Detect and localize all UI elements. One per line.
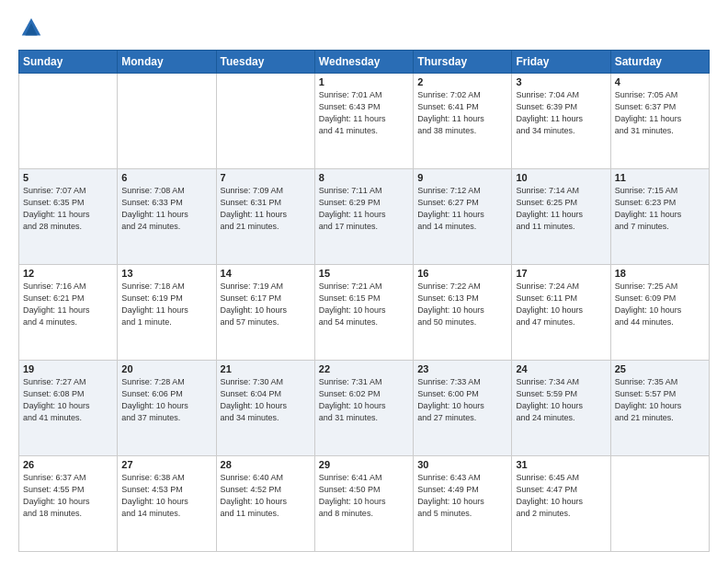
day-number: 20 bbox=[121, 363, 211, 374]
day-info: Sunrise: 7:19 AM Sunset: 6:17 PM Dayligh… bbox=[221, 281, 311, 328]
day-info: Sunrise: 7:02 AM Sunset: 6:41 PM Dayligh… bbox=[417, 89, 507, 137]
day-info: Sunrise: 6:43 AM Sunset: 4:49 PM Dayligh… bbox=[417, 472, 507, 520]
day-number: 16 bbox=[417, 268, 507, 279]
calendar-cell: 18Sunrise: 7:25 AM Sunset: 6:09 PM Dayli… bbox=[610, 265, 709, 361]
day-info: Sunrise: 7:34 AM Sunset: 5:59 PM Dayligh… bbox=[516, 376, 606, 424]
day-number: 22 bbox=[319, 363, 409, 374]
day-info: Sunrise: 7:21 AM Sunset: 6:15 PM Dayligh… bbox=[319, 281, 409, 328]
day-info: Sunrise: 6:38 AM Sunset: 4:53 PM Dayligh… bbox=[121, 472, 211, 520]
calendar-week-row: 1Sunrise: 7:01 AM Sunset: 6:43 PM Daylig… bbox=[19, 74, 710, 169]
calendar-cell: 28Sunrise: 6:40 AM Sunset: 4:52 PM Dayli… bbox=[216, 456, 314, 552]
calendar-cell: 14Sunrise: 7:19 AM Sunset: 6:17 PM Dayli… bbox=[216, 265, 314, 361]
calendar-day-header: Thursday bbox=[414, 51, 512, 74]
day-info: Sunrise: 7:30 AM Sunset: 6:04 PM Dayligh… bbox=[221, 376, 311, 424]
calendar-cell: 12Sunrise: 7:16 AM Sunset: 6:21 PM Dayli… bbox=[19, 265, 118, 361]
day-number: 31 bbox=[516, 459, 606, 470]
day-info: Sunrise: 7:01 AM Sunset: 6:43 PM Dayligh… bbox=[319, 89, 409, 137]
calendar-cell: 7Sunrise: 7:09 AM Sunset: 6:31 PM Daylig… bbox=[216, 169, 314, 265]
day-info: Sunrise: 6:40 AM Sunset: 4:52 PM Dayligh… bbox=[221, 472, 311, 520]
day-number: 11 bbox=[615, 172, 705, 183]
day-info: Sunrise: 7:14 AM Sunset: 6:25 PM Dayligh… bbox=[516, 185, 606, 233]
calendar-cell: 2Sunrise: 7:02 AM Sunset: 6:41 PM Daylig… bbox=[414, 74, 512, 169]
logo bbox=[18, 15, 48, 40]
calendar-cell bbox=[610, 456, 709, 552]
calendar-cell: 15Sunrise: 7:21 AM Sunset: 6:15 PM Dayli… bbox=[314, 265, 413, 361]
day-info: Sunrise: 7:22 AM Sunset: 6:13 PM Dayligh… bbox=[417, 281, 507, 328]
day-info: Sunrise: 6:41 AM Sunset: 4:50 PM Dayligh… bbox=[319, 472, 409, 520]
calendar-table: SundayMondayTuesdayWednesdayThursdayFrid… bbox=[18, 50, 710, 552]
calendar-cell: 25Sunrise: 7:35 AM Sunset: 5:57 PM Dayli… bbox=[610, 361, 709, 456]
day-number: 15 bbox=[319, 268, 409, 279]
day-info: Sunrise: 7:09 AM Sunset: 6:31 PM Dayligh… bbox=[221, 185, 311, 233]
page: SundayMondayTuesdayWednesdayThursdayFrid… bbox=[0, 0, 728, 563]
calendar-cell bbox=[216, 74, 314, 169]
calendar-day-header: Wednesday bbox=[314, 51, 413, 74]
calendar-cell: 22Sunrise: 7:31 AM Sunset: 6:02 PM Dayli… bbox=[314, 361, 413, 456]
day-number: 21 bbox=[221, 363, 311, 374]
calendar-cell: 11Sunrise: 7:15 AM Sunset: 6:23 PM Dayli… bbox=[610, 169, 709, 265]
day-info: Sunrise: 7:11 AM Sunset: 6:29 PM Dayligh… bbox=[319, 185, 409, 233]
day-info: Sunrise: 7:08 AM Sunset: 6:33 PM Dayligh… bbox=[121, 185, 211, 233]
day-info: Sunrise: 7:05 AM Sunset: 6:37 PM Dayligh… bbox=[615, 89, 705, 137]
header bbox=[18, 15, 710, 40]
calendar-day-header: Tuesday bbox=[216, 51, 314, 74]
day-info: Sunrise: 7:33 AM Sunset: 6:00 PM Dayligh… bbox=[417, 376, 507, 424]
calendar-cell: 5Sunrise: 7:07 AM Sunset: 6:35 PM Daylig… bbox=[19, 169, 118, 265]
day-number: 19 bbox=[23, 363, 113, 374]
calendar-cell: 31Sunrise: 6:45 AM Sunset: 4:47 PM Dayli… bbox=[512, 456, 610, 552]
day-number: 6 bbox=[121, 172, 211, 183]
day-info: Sunrise: 7:12 AM Sunset: 6:27 PM Dayligh… bbox=[417, 185, 507, 233]
calendar-day-header: Sunday bbox=[19, 51, 118, 74]
day-number: 7 bbox=[221, 172, 311, 183]
calendar-cell: 1Sunrise: 7:01 AM Sunset: 6:43 PM Daylig… bbox=[314, 74, 413, 169]
day-info: Sunrise: 7:24 AM Sunset: 6:11 PM Dayligh… bbox=[516, 281, 606, 328]
day-number: 23 bbox=[417, 363, 507, 374]
calendar-day-header: Friday bbox=[512, 51, 610, 74]
calendar-cell: 20Sunrise: 7:28 AM Sunset: 6:06 PM Dayli… bbox=[118, 361, 216, 456]
day-info: Sunrise: 7:27 AM Sunset: 6:08 PM Dayligh… bbox=[23, 376, 113, 424]
day-info: Sunrise: 7:07 AM Sunset: 6:35 PM Dayligh… bbox=[23, 185, 113, 233]
day-number: 9 bbox=[417, 172, 507, 183]
calendar-cell: 17Sunrise: 7:24 AM Sunset: 6:11 PM Dayli… bbox=[512, 265, 610, 361]
day-info: Sunrise: 7:04 AM Sunset: 6:39 PM Dayligh… bbox=[516, 89, 606, 137]
day-number: 14 bbox=[221, 268, 311, 279]
day-info: Sunrise: 7:28 AM Sunset: 6:06 PM Dayligh… bbox=[121, 376, 211, 424]
day-number: 27 bbox=[121, 459, 211, 470]
day-number: 8 bbox=[319, 172, 409, 183]
day-number: 12 bbox=[23, 268, 113, 279]
day-info: Sunrise: 7:16 AM Sunset: 6:21 PM Dayligh… bbox=[23, 281, 113, 328]
calendar-cell: 16Sunrise: 7:22 AM Sunset: 6:13 PM Dayli… bbox=[414, 265, 512, 361]
calendar-week-row: 19Sunrise: 7:27 AM Sunset: 6:08 PM Dayli… bbox=[19, 361, 710, 456]
calendar-cell: 23Sunrise: 7:33 AM Sunset: 6:00 PM Dayli… bbox=[414, 361, 512, 456]
day-number: 25 bbox=[615, 363, 705, 374]
calendar-cell: 30Sunrise: 6:43 AM Sunset: 4:49 PM Dayli… bbox=[414, 456, 512, 552]
calendar-cell: 27Sunrise: 6:38 AM Sunset: 4:53 PM Dayli… bbox=[118, 456, 216, 552]
day-number: 2 bbox=[417, 76, 507, 87]
day-info: Sunrise: 7:25 AM Sunset: 6:09 PM Dayligh… bbox=[615, 281, 705, 328]
day-number: 24 bbox=[516, 363, 606, 374]
day-info: Sunrise: 7:15 AM Sunset: 6:23 PM Dayligh… bbox=[615, 185, 705, 233]
day-number: 30 bbox=[417, 459, 507, 470]
day-info: Sunrise: 7:18 AM Sunset: 6:19 PM Dayligh… bbox=[121, 281, 211, 328]
calendar-cell: 6Sunrise: 7:08 AM Sunset: 6:33 PM Daylig… bbox=[118, 169, 216, 265]
day-info: Sunrise: 7:31 AM Sunset: 6:02 PM Dayligh… bbox=[319, 376, 409, 424]
calendar-cell: 10Sunrise: 7:14 AM Sunset: 6:25 PM Dayli… bbox=[512, 169, 610, 265]
calendar-cell: 19Sunrise: 7:27 AM Sunset: 6:08 PM Dayli… bbox=[19, 361, 118, 456]
calendar-cell bbox=[19, 74, 118, 169]
calendar-header-row: SundayMondayTuesdayWednesdayThursdayFrid… bbox=[19, 51, 710, 74]
calendar-cell: 26Sunrise: 6:37 AM Sunset: 4:55 PM Dayli… bbox=[19, 456, 118, 552]
day-number: 1 bbox=[319, 76, 409, 87]
calendar-week-row: 26Sunrise: 6:37 AM Sunset: 4:55 PM Dayli… bbox=[19, 456, 710, 552]
calendar-day-header: Monday bbox=[118, 51, 216, 74]
day-number: 18 bbox=[615, 268, 705, 279]
calendar-cell bbox=[118, 74, 216, 169]
calendar-cell: 13Sunrise: 7:18 AM Sunset: 6:19 PM Dayli… bbox=[118, 265, 216, 361]
calendar-week-row: 12Sunrise: 7:16 AM Sunset: 6:21 PM Dayli… bbox=[19, 265, 710, 361]
calendar-cell: 24Sunrise: 7:34 AM Sunset: 5:59 PM Dayli… bbox=[512, 361, 610, 456]
day-number: 5 bbox=[23, 172, 113, 183]
day-number: 3 bbox=[516, 76, 606, 87]
day-info: Sunrise: 6:37 AM Sunset: 4:55 PM Dayligh… bbox=[23, 472, 113, 520]
calendar-cell: 4Sunrise: 7:05 AM Sunset: 6:37 PM Daylig… bbox=[610, 74, 709, 169]
day-number: 28 bbox=[221, 459, 311, 470]
day-info: Sunrise: 6:45 AM Sunset: 4:47 PM Dayligh… bbox=[516, 472, 606, 520]
